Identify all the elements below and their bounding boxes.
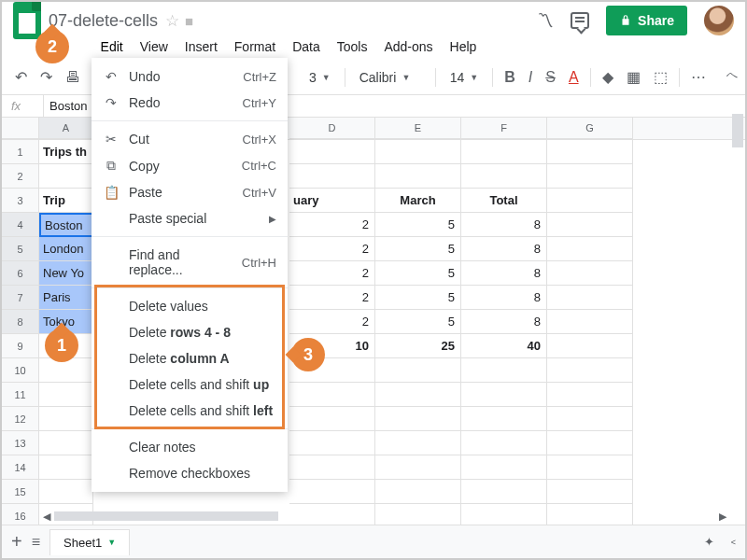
cell[interactable]: 2 bbox=[289, 237, 375, 261]
comment-icon[interactable] bbox=[571, 12, 589, 29]
row-header[interactable]: 6 bbox=[2, 261, 39, 286]
cell[interactable] bbox=[461, 140, 547, 164]
more-button[interactable]: ⋯ bbox=[687, 64, 710, 90]
row-header[interactable]: 11 bbox=[2, 383, 39, 407]
menu-delete-rows[interactable]: Delete rows 4 - 8 bbox=[92, 319, 288, 345]
cell[interactable] bbox=[375, 431, 461, 455]
cell[interactable] bbox=[547, 334, 633, 358]
cell[interactable]: London bbox=[39, 237, 93, 261]
cell[interactable] bbox=[547, 261, 633, 286]
row-header[interactable]: 4 bbox=[2, 213, 39, 237]
menu-delete-column[interactable]: Delete column A bbox=[92, 345, 288, 371]
menu-cut[interactable]: ✂CutCtrl+X bbox=[92, 126, 288, 152]
cell[interactable] bbox=[547, 407, 633, 431]
sheet-tab[interactable]: Sheet1▼ bbox=[49, 529, 130, 555]
strike-button[interactable]: S bbox=[542, 65, 559, 90]
sheets-logo-icon[interactable] bbox=[13, 2, 41, 39]
row-header[interactable]: 12 bbox=[2, 407, 39, 431]
menu-help[interactable]: Help bbox=[444, 37, 484, 56]
row-header[interactable]: 1 bbox=[2, 140, 39, 164]
row-header[interactable]: 3 bbox=[2, 189, 39, 213]
redo-button[interactable]: ↷ bbox=[36, 64, 56, 90]
cell[interactable]: 8 bbox=[461, 261, 547, 286]
cell[interactable]: Trip bbox=[39, 189, 93, 213]
cell[interactable]: Trips th bbox=[39, 140, 93, 164]
cell[interactable] bbox=[461, 431, 547, 455]
font-size-select[interactable]: 14▼ bbox=[444, 67, 486, 88]
cell[interactable] bbox=[547, 310, 633, 334]
row-header[interactable]: 13 bbox=[2, 431, 39, 455]
cell[interactable]: 2 bbox=[289, 286, 375, 310]
cell[interactable] bbox=[39, 455, 93, 480]
select-all-corner[interactable] bbox=[2, 118, 39, 139]
zoom-drop[interactable]: 3▼ bbox=[303, 67, 337, 88]
row-header[interactable]: 10 bbox=[2, 358, 39, 383]
menu-redo[interactable]: ↷RedoCtrl+Y bbox=[92, 90, 288, 116]
cell[interactable] bbox=[39, 431, 93, 455]
bold-button[interactable]: B bbox=[500, 65, 519, 90]
cell[interactable] bbox=[39, 480, 93, 504]
row-header[interactable]: 7 bbox=[2, 286, 39, 310]
row-header[interactable]: 8 bbox=[2, 310, 39, 334]
cell[interactable]: 5 bbox=[375, 261, 461, 286]
menu-delete-values[interactable]: Delete values bbox=[92, 293, 288, 319]
cell[interactable] bbox=[547, 431, 633, 455]
row-header[interactable]: 2 bbox=[2, 164, 39, 189]
menu-paste-special[interactable]: Paste special▶ bbox=[92, 205, 288, 231]
cell[interactable] bbox=[547, 140, 633, 164]
cell[interactable]: uary bbox=[289, 189, 375, 213]
fill-color-button[interactable]: ◆ bbox=[599, 64, 617, 90]
cell[interactable]: 5 bbox=[375, 310, 461, 334]
col-header-G[interactable]: G bbox=[547, 118, 633, 139]
cell[interactable]: Boston bbox=[39, 213, 93, 237]
col-header-F[interactable]: F bbox=[461, 118, 547, 139]
cell[interactable] bbox=[289, 431, 375, 455]
merge-button[interactable]: ⬚ bbox=[650, 64, 671, 90]
cell[interactable] bbox=[289, 455, 375, 480]
menu-format[interactable]: Format bbox=[228, 37, 282, 56]
cell[interactable]: 8 bbox=[461, 237, 547, 261]
row-header[interactable]: 14 bbox=[2, 455, 39, 480]
cell[interactable] bbox=[547, 383, 633, 407]
cell[interactable] bbox=[375, 164, 461, 189]
menu-delete-shift-up[interactable]: Delete cells and shift up bbox=[92, 371, 288, 398]
cell[interactable] bbox=[461, 383, 547, 407]
cell[interactable]: Total bbox=[461, 189, 547, 213]
cell[interactable]: 40 bbox=[461, 334, 547, 358]
menu-copy[interactable]: ⧉CopyCtrl+C bbox=[92, 152, 288, 179]
cell[interactable] bbox=[375, 358, 461, 383]
document-title[interactable]: 07-delete-cells bbox=[49, 11, 158, 31]
cell[interactable]: 25 bbox=[375, 334, 461, 358]
cell[interactable]: 5 bbox=[375, 237, 461, 261]
menu-remove-checkboxes[interactable]: Remove checkboxes bbox=[92, 460, 288, 486]
cell[interactable] bbox=[461, 480, 547, 504]
cell[interactable] bbox=[289, 480, 375, 504]
cell[interactable] bbox=[547, 358, 633, 383]
cell[interactable]: March bbox=[375, 189, 461, 213]
menu-addons[interactable]: Add-ons bbox=[377, 37, 439, 56]
borders-button[interactable]: ▦ bbox=[623, 64, 644, 90]
menu-clear-notes[interactable]: Clear notes bbox=[92, 434, 288, 460]
cell[interactable]: 5 bbox=[375, 286, 461, 310]
cell[interactable]: 8 bbox=[461, 310, 547, 334]
explore-button[interactable]: ✦ bbox=[704, 535, 714, 549]
cell[interactable] bbox=[461, 358, 547, 383]
row-header[interactable]: 5 bbox=[2, 237, 39, 261]
collapse-toolbar-icon[interactable]: へ bbox=[726, 67, 738, 83]
cell[interactable] bbox=[375, 407, 461, 431]
cell[interactable] bbox=[39, 383, 93, 407]
all-sheets-button[interactable]: ≡ bbox=[32, 534, 40, 551]
formula-input[interactable]: Boston bbox=[43, 95, 92, 117]
col-header-E[interactable]: E bbox=[375, 118, 461, 139]
cell[interactable]: New Yo bbox=[39, 261, 93, 286]
col-header-D[interactable]: D bbox=[289, 118, 375, 139]
menu-edit[interactable]: Edit bbox=[94, 37, 130, 56]
menu-find-replace[interactable]: Find and replace...Ctrl+H bbox=[92, 242, 288, 283]
cell[interactable] bbox=[375, 480, 461, 504]
cell[interactable]: 2 bbox=[289, 213, 375, 237]
cell[interactable] bbox=[547, 213, 633, 237]
cell[interactable] bbox=[289, 383, 375, 407]
italic-button[interactable]: I bbox=[525, 65, 536, 90]
cell[interactable] bbox=[547, 480, 633, 504]
cell[interactable] bbox=[547, 164, 633, 189]
